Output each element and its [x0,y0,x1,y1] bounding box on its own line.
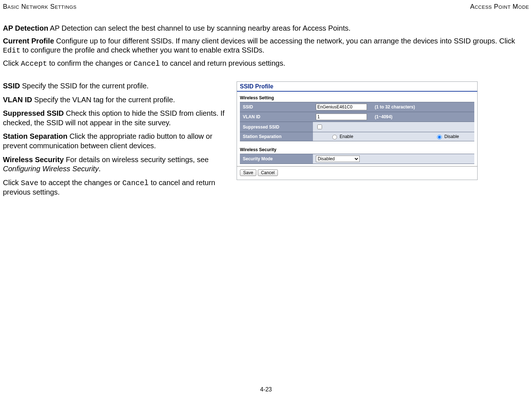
wireless-security-heading: Wireless Security [237,143,477,154]
security-mode-select[interactable]: Disabled [316,156,360,162]
vlan-text: Specify the VLAN tag for the current pro… [32,96,175,104]
save-cancel-code: Cancel [122,179,149,187]
row-suppressed-label: Suppressed SSID [240,122,313,132]
row-suppressed: Suppressed SSID [240,122,474,132]
accept-code: Accept [21,60,47,68]
intro-block: AP Detection AP Detection can select the… [3,24,529,68]
cancel-button[interactable]: Cancel [258,169,278,176]
click-a: Click [3,59,21,67]
current-profile-text-b: to configure the profile and check wheth… [20,46,264,54]
station-separation-enable-radio[interactable] [332,135,337,139]
vlan-label: VLAN ID [3,96,32,104]
save-b: to accept the changes or [38,179,122,187]
current-profile-para: Current Profile Configure up to four dif… [3,37,529,55]
save-button[interactable]: Save [240,169,256,176]
ap-detection-label: AP Detection [3,24,48,32]
row-ssid-label: SSID [240,102,313,112]
vlan-hint: (1~4094) [375,114,392,119]
accept-cancel-para: Click Accept to confirm the changes or C… [3,59,529,68]
header-left: Basic Network Settings [3,3,77,11]
row-ssid: SSID (1 to 32 characters) [240,102,474,112]
station-separation-disable-radio[interactable] [437,135,442,139]
ssid-hint: (1 to 32 characters) [375,104,415,110]
security-link-text: Configuring Wireless Security [3,165,99,173]
disable-label: Disable [444,134,459,139]
ssid-label: SSID [3,82,20,90]
suppressed-ssid-checkbox[interactable] [317,125,322,129]
header-right: Access Point Mode [470,3,529,11]
save-code: Save [21,179,38,187]
wireless-setting-table: SSID (1 to 32 characters) VLAN ID (1~409… [240,102,474,141]
separation-para: Station Separation Click the appropriate… [3,132,232,150]
row-secmode-label: Security Mode [240,154,313,164]
current-profile-label: Current Profile [3,37,54,45]
save-a: Click [3,179,21,187]
security-text-a: For details on wireless security setting… [64,156,209,164]
click-b: to confirm the changes or [47,59,134,67]
ssid-input[interactable] [316,104,367,110]
vlan-input[interactable] [316,114,367,120]
definitions-column: SSID Specify the SSID for the current pr… [3,81,237,202]
row-vlan: VLAN ID (1~4094) [240,112,474,122]
save-cancel-para: Click Save to accept the changes or Canc… [3,178,232,197]
ssid-profile-screenshot: SSID Profile Wireless Setting SSID (1 to… [237,81,478,180]
edit-code: Edit [3,46,20,55]
enable-label: Enable [340,134,353,139]
row-separation: Station Separation Enable Disable [240,132,474,141]
row-vlan-label: VLAN ID [240,112,313,122]
ssid-text: Specify the SSID for the current profile… [20,82,149,90]
vlan-para: VLAN ID Specify the VLAN tag for the cur… [3,95,232,105]
cancel-code: Cancel [134,60,160,68]
security-label: Wireless Security [3,156,64,164]
button-row: Save Cancel [237,166,477,180]
wireless-security-table: Security Mode Disabled [240,154,474,164]
security-para: Wireless Security For details on wireles… [3,155,232,174]
wireless-setting-heading: Wireless Setting [237,92,477,102]
row-separation-label: Station Separation [240,132,313,141]
ssid-para: SSID Specify the SSID for the current pr… [3,81,232,91]
row-secmode: Security Mode Disabled [240,154,474,164]
separation-label: Station Separation [3,132,68,140]
panel-title: SSID Profile [237,82,477,92]
security-text-b: . [99,165,101,173]
suppressed-para: Suppressed SSID Check this option to hid… [3,109,232,127]
ap-detection-para: AP Detection AP Detection can select the… [3,24,529,33]
ap-detection-text: AP Detection can select the best channel… [48,24,351,32]
current-profile-text-a: Configure up to four different SSIDs. If… [54,37,515,45]
running-headers: Basic Network Settings Access Point Mode [3,3,529,11]
suppressed-label: Suppressed SSID [3,109,64,117]
click-c: to cancel and return previous settings. [160,59,286,67]
